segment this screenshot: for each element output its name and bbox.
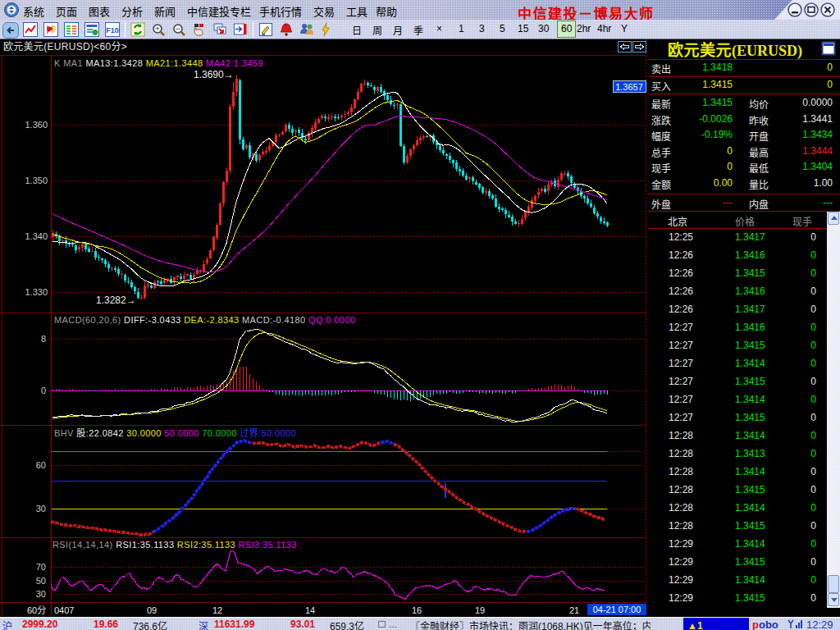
svg-text:1.350: 1.350 [25, 176, 48, 185]
svg-text:60: 60 [36, 460, 46, 470]
svg-text:60分: 60分 [27, 603, 46, 616]
svg-text:−: − [176, 25, 180, 33]
svg-text:30: 30 [36, 589, 46, 599]
svg-text:1.3690→: 1.3690→ [194, 69, 234, 80]
svg-text:欧元美元(EURUSD)<60分>: 欧元美元(EURUSD)<60分> [3, 39, 127, 52]
svg-text:MACD(60,20,6) DIFF:-3.0433 DEA: MACD(60,20,6) DIFF:-3.0433 DEA:-2.8343 M… [54, 315, 355, 325]
svg-text:0407: 0407 [54, 605, 74, 615]
svg-text:50: 50 [36, 576, 46, 586]
svg-text:16: 16 [412, 605, 422, 615]
svg-text:21: 21 [569, 605, 579, 615]
svg-text:12: 12 [212, 605, 222, 615]
svg-text:1.330: 1.330 [25, 287, 48, 297]
svg-text:04-21 07:00: 04-21 07:00 [593, 605, 641, 614]
svg-text:09: 09 [147, 605, 157, 615]
svg-text:1.340: 1.340 [25, 231, 48, 241]
svg-text:14: 14 [305, 605, 315, 615]
svg-text:70: 70 [36, 562, 46, 572]
svg-text:F10: F10 [106, 26, 119, 34]
svg-text:RSI(14,14,14) RSI1:35.1133 RSI: RSI(14,14,14) RSI1:35.1133 RSI2:35.1133 … [52, 540, 297, 550]
svg-text:K MA1 MA13:1.3428 MA21:1.3448: K MA1 MA13:1.3428 MA21:1.3448 MA42:1.345… [54, 58, 263, 68]
svg-text:1.3657: 1.3657 [615, 82, 643, 92]
svg-text:+: + [155, 25, 159, 33]
svg-text:1.3282→: 1.3282→ [96, 294, 136, 306]
svg-text:0: 0 [41, 386, 46, 395]
svg-text:8: 8 [41, 334, 46, 344]
svg-text:1.360: 1.360 [25, 120, 48, 130]
svg-text:19: 19 [475, 605, 485, 615]
svg-text:30: 30 [36, 504, 46, 514]
svg-text:BHV 股:22.0842 30.0000 50.0000: BHV 股:22.0842 30.0000 50.0000 70.0000 过界… [54, 426, 296, 439]
